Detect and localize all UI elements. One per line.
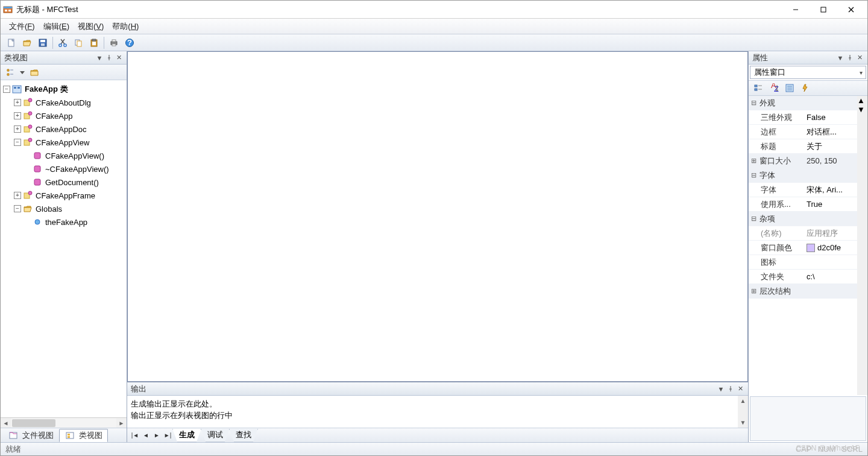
prop-row[interactable]: 边框对话框... [749,125,867,139]
expand-icon[interactable]: + [14,192,21,199]
tree-node[interactable]: +CFakeAboutDlg [1,96,127,109]
collapse-icon[interactable]: − [3,86,10,93]
maximize-button[interactable] [810,1,837,18]
menu-help[interactable]: 帮助(H) [108,20,142,33]
prop-row[interactable]: 三维外观False [749,110,867,125]
new-file-icon[interactable] [4,36,19,50]
scroll-thumb[interactable] [12,419,55,427]
prop-row[interactable]: 窗口颜色d2c0fe [749,241,867,255]
categorized-icon[interactable] [751,81,766,95]
minimize-button[interactable] [782,1,810,18]
prop-category[interactable]: ⊟杂项 [749,212,867,226]
expand-icon[interactable]: + [14,99,21,106]
document-area[interactable] [127,51,748,382]
output-tab-debug[interactable]: 调试 [201,429,230,442]
properties-panel: 属性 ▼ ✕ 属性窗口 AZ ⊟外观 三维外观False 边框对话框... 标题… [748,51,867,442]
prop-category[interactable]: ⊟外观 [749,96,867,110]
tree-node[interactable]: GetDocument() [1,176,127,189]
panel-pin-icon[interactable] [846,54,854,62]
svg-rect-2 [5,10,7,11]
menu-view[interactable]: 视图(V) [74,20,107,33]
expand-icon[interactable]: + [14,112,21,119]
output-tab-find[interactable]: 查找 [229,429,258,442]
scroll-up-icon[interactable]: ▲ [857,96,867,105]
new-folder-icon[interactable] [27,65,42,80]
tree-root[interactable]: − FakeApp 类 [1,83,127,96]
cut-icon[interactable] [55,36,70,50]
project-icon [12,84,22,94]
collapse-icon[interactable]: − [14,139,21,146]
prop-row[interactable]: 文件夹c:\ [749,270,867,284]
menu-edit[interactable]: 编辑(E) [40,20,73,33]
v-scrollbar[interactable]: ▲ ▼ [857,96,867,395]
tree-node[interactable]: theFakeApp [1,215,127,229]
prop-row[interactable]: 使用系...True [749,197,867,212]
output-tab-build[interactable]: 生成 [172,429,201,442]
expand-icon[interactable]: + [14,125,21,133]
tab-file-view[interactable]: 文件视图 [2,429,59,442]
tree-node[interactable]: −CFakeAppView [1,136,127,149]
prop-category[interactable]: ⊞层次结构 [749,284,867,299]
prop-category[interactable]: ⊟字体 [749,168,867,183]
prop-row[interactable]: 图标 [749,255,867,270]
print-icon[interactable] [107,36,121,50]
panel-dropdown-icon[interactable]: ▼ [95,54,104,62]
tree-node[interactable]: CFakeAppView() [1,149,127,162]
panel-dropdown-icon[interactable]: ▼ [717,385,725,393]
properties-object-selector[interactable]: 属性窗口 [750,66,866,79]
tree-node[interactable]: +CFakeAppDoc [1,122,127,136]
h-scrollbar[interactable]: ◄ ► [1,417,127,428]
nav-first-icon[interactable]: |◄ [130,429,140,442]
panel-pin-icon[interactable] [726,385,735,393]
collapse-icon[interactable]: − [14,205,21,212]
collapse-icon[interactable]: ⊟ [749,99,758,107]
close-button[interactable] [837,1,865,18]
svg-rect-28 [13,86,21,93]
property-grid[interactable]: ⊟外观 三维外观False 边框对话框... 标题关于 ⊞窗口大小250, 15… [749,96,867,395]
panel-close-icon[interactable]: ✕ [855,54,864,62]
copy-icon[interactable] [71,36,86,50]
paste-icon[interactable] [87,36,101,50]
panel-close-icon[interactable]: ✕ [115,54,123,62]
output-title: 输出 [131,384,715,394]
scroll-down-icon[interactable]: ▼ [857,105,867,114]
panel-close-icon[interactable]: ✕ [736,385,744,393]
svg-point-43 [28,191,32,195]
scroll-up-icon[interactable]: ▲ [738,396,748,406]
nav-prev-icon[interactable]: ◄ [140,429,151,442]
prop-row[interactable]: 标题关于 [749,139,867,154]
properties-page-icon[interactable] [782,81,797,95]
nav-next-icon[interactable]: ► [151,429,162,442]
collapse-icon[interactable]: ⊟ [749,171,758,179]
scroll-down-icon[interactable]: ▼ [738,417,748,428]
expand-icon[interactable]: ⊞ [749,287,758,295]
prop-row[interactable]: (名称)应用程序 [749,226,867,241]
open-file-icon[interactable] [20,36,34,50]
scroll-right-icon[interactable]: ► [116,418,127,428]
tree-node[interactable]: +CFakeAppFrame [1,189,127,202]
tree-node[interactable]: −Globals [1,202,127,215]
tree-node[interactable]: +CFakeApp [1,109,127,122]
alphabetical-icon[interactable]: AZ [767,81,781,95]
sort-icon[interactable] [3,65,17,80]
events-icon[interactable] [798,81,813,95]
prop-row[interactable]: 字体宋体, Ari... [749,183,867,197]
tree-node[interactable]: ~CFakeAppView() [1,162,127,176]
v-scrollbar[interactable]: ▲ ▼ [738,396,748,428]
sort-dropdown-icon[interactable] [19,65,26,80]
svg-point-34 [28,112,32,115]
save-icon[interactable] [36,36,50,50]
nav-last-icon[interactable]: ►| [162,429,173,442]
class-tree[interactable]: − FakeApp 类 +CFakeAboutDlg +CFakeApp +CF… [1,80,127,417]
help-icon[interactable]: ? [122,36,137,50]
menu-file[interactable]: 文件(F) [5,20,39,33]
svg-rect-3 [8,10,11,11]
scroll-left-icon[interactable]: ◄ [1,418,11,428]
output-body[interactable]: 生成输出正显示在此处。 输出正显示在列表视图的行中 ▲ ▼ [127,396,748,428]
prop-category[interactable]: ⊞窗口大小250, 150 [749,154,867,168]
tab-class-view[interactable]: 类视图 [59,429,108,442]
expand-icon[interactable]: ⊞ [749,157,758,165]
panel-pin-icon[interactable] [105,54,113,62]
collapse-icon[interactable]: ⊟ [749,215,758,223]
panel-dropdown-icon[interactable]: ▼ [836,54,844,62]
